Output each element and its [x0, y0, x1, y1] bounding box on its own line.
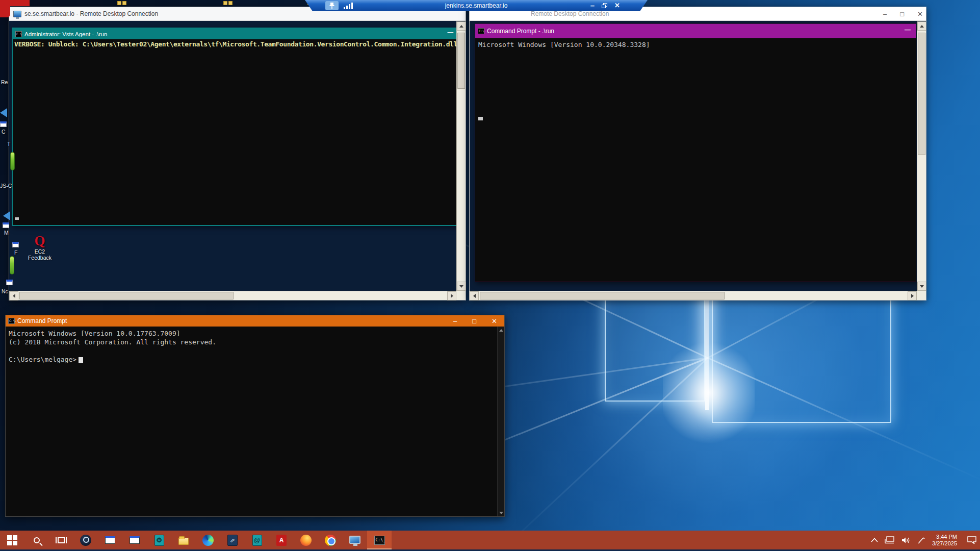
taskbar-item-teal-gear-app[interactable]: ⚙	[147, 531, 171, 549]
background-window-fragment	[223, 1, 233, 6]
clock[interactable]: 3:44 PM 3/27/2025	[932, 534, 957, 547]
tray-time: 3:44 PM	[932, 534, 957, 540]
search-icon	[34, 537, 40, 543]
taskbar-item-command-prompt-active[interactable]: C:\_	[367, 531, 392, 549]
taskbar-item-edge[interactable]	[196, 531, 220, 549]
host-command-prompt-window: C:\. Command Prompt – □ ✕ Microsoft Wind…	[5, 315, 505, 517]
vertical-scrollbar[interactable]	[456, 21, 466, 291]
pen-icon[interactable]	[917, 536, 925, 544]
test-tube-icon[interactable]	[10, 152, 15, 170]
horizontal-scrollbar[interactable]	[9, 291, 456, 300]
rdp-window-right: Remote Desktop Connection – □ ✕ C:\. Com…	[469, 7, 926, 300]
start-button[interactable]	[0, 531, 24, 549]
desktop-icon-label[interactable]: F	[14, 249, 17, 256]
desktop-shortcut-icon[interactable]	[0, 121, 7, 127]
desktop-icon-label[interactable]: Re	[1, 79, 8, 85]
console-line: VERBOSE: Unblock: C:\Users\Tester02\Agen…	[14, 41, 456, 225]
scrollbar-thumb[interactable]	[457, 33, 465, 89]
minimize-button[interactable]: –	[590, 1, 595, 10]
console-line: (c) 2018 Microsoft Corporation. All righ…	[9, 338, 497, 346]
desktop-icon-label[interactable]: C	[2, 129, 6, 135]
scroll-right-button[interactable]	[447, 291, 456, 300]
desktop-icon-ec2-feedback[interactable]: Q EC2 Feedback	[21, 233, 58, 261]
scrollbar-thumb[interactable]	[480, 292, 725, 299]
console-title: Command Prompt	[17, 317, 67, 324]
maximize-button[interactable]: □	[900, 10, 904, 18]
rdp-connection-bar[interactable]: jenkins.se.smartbear.io – ✕	[305, 0, 648, 11]
restore-icon[interactable]	[602, 3, 607, 8]
taskbar-item-teal-settings-app[interactable]: @	[245, 531, 269, 549]
minimize-button[interactable]: —	[905, 26, 911, 33]
desktop-icon-label: EC2	[21, 248, 58, 255]
scroll-left-button[interactable]	[9, 291, 18, 300]
desktop-icon-label: Feedback	[21, 255, 58, 261]
scroll-down-button[interactable]	[917, 282, 926, 291]
edge-icon	[202, 535, 214, 546]
console-output[interactable]: VERBOSE: Unblock: C:\Users\Tester02\Agen…	[13, 39, 456, 225]
taskbar-item-rdp-window[interactable]	[98, 531, 122, 549]
volume-icon[interactable]	[901, 537, 911, 544]
close-button[interactable]: ✕	[492, 317, 497, 325]
desktop-shortcut-icon[interactable]	[3, 222, 9, 228]
scroll-down-button[interactable]	[498, 509, 505, 516]
search-button[interactable]	[24, 531, 49, 549]
taskbar-item-firefox[interactable]	[294, 531, 318, 549]
scroll-up-button[interactable]	[498, 327, 505, 334]
scroll-right-button[interactable]	[908, 291, 917, 300]
desktop-icon-label[interactable]: JS-C	[0, 183, 12, 189]
taskbar-item-steam[interactable]	[73, 531, 98, 549]
window-title: Remote Desktop Connection	[531, 10, 609, 17]
acrobat-icon: A	[276, 535, 287, 546]
desktop-shortcut-icon[interactable]	[6, 280, 13, 285]
taskbar-item-file-explorer[interactable]	[171, 531, 196, 549]
cmd-icon: C:\.	[478, 28, 484, 34]
wallpaper-light-spot	[663, 337, 755, 449]
desktop-icon-label[interactable]: T	[7, 141, 10, 147]
desktop-shortcut-icon[interactable]	[12, 242, 19, 247]
close-button[interactable]: ✕	[614, 2, 620, 9]
scroll-up-button[interactable]	[457, 21, 466, 31]
taskbar-item-rdp-window-2[interactable]	[122, 531, 147, 549]
action-center-icon[interactable]	[967, 536, 977, 544]
command-prompt-icon: C:\_	[374, 536, 385, 545]
close-button[interactable]: ✕	[917, 10, 923, 18]
desktop-icon-label[interactable]: M	[4, 230, 9, 236]
taskbar-item-query-tool[interactable]: ⇗	[220, 531, 245, 549]
tray-expand-chevron-icon[interactable]	[871, 538, 878, 542]
rdp-viewport: C:\. Administrator: Vsts Agent - .\run —…	[9, 21, 456, 291]
horizontal-scrollbar[interactable]	[470, 291, 917, 300]
network-icon[interactable]	[885, 536, 895, 544]
scrollbar-thumb[interactable]	[19, 292, 234, 299]
connection-quality-icon[interactable]	[344, 3, 353, 9]
test-tube-icon[interactable]	[10, 256, 14, 274]
console-titlebar[interactable]: C:\. Command Prompt – □ ✕	[6, 315, 504, 327]
maximize-button[interactable]: □	[472, 317, 476, 325]
scrollbar-thumb[interactable]	[918, 33, 925, 155]
console-output[interactable]: Microsoft Windows [Version 10.0.20348.33…	[475, 38, 916, 282]
taskbar-item-acrobat[interactable]: A	[269, 531, 294, 549]
minimize-button[interactable]: —	[448, 29, 454, 35]
scroll-down-button[interactable]	[457, 282, 466, 291]
minimize-button[interactable]: –	[453, 317, 457, 325]
taskbar-item-remote-desktop[interactable]	[343, 531, 367, 549]
console-output[interactable]: Microsoft Windows [Version 10.0.17763.70…	[6, 327, 497, 516]
console-title: Command Prompt - .\run	[487, 28, 554, 35]
console-line: Microsoft Windows [Version 10.0.20348.33…	[478, 41, 916, 282]
arrow-icon[interactable]	[3, 211, 10, 220]
minimize-button[interactable]: –	[883, 10, 887, 18]
cmd-icon: C:\.	[15, 31, 22, 37]
windows-logo-icon	[7, 535, 17, 545]
vertical-scrollbar[interactable]	[917, 21, 926, 291]
window-title: se.se.smartbear.io - Remote Desktop Conn…	[24, 10, 158, 17]
scroll-left-button[interactable]	[470, 291, 479, 300]
task-view-button[interactable]	[49, 531, 73, 549]
arrow-icon[interactable]	[0, 108, 7, 117]
console-titlebar[interactable]: C:\. Command Prompt - .\run —	[475, 24, 916, 38]
taskbar-item-chrome[interactable]	[318, 531, 343, 549]
console-titlebar[interactable]: C:\. Administrator: Vsts Agent - .\run —	[13, 29, 456, 39]
vertical-scrollbar[interactable]	[497, 327, 504, 516]
pin-button[interactable]	[325, 1, 339, 10]
desktop-icon-label[interactable]: Nc	[2, 288, 8, 294]
console-cursor	[79, 357, 83, 363]
scroll-up-button[interactable]	[917, 21, 926, 31]
